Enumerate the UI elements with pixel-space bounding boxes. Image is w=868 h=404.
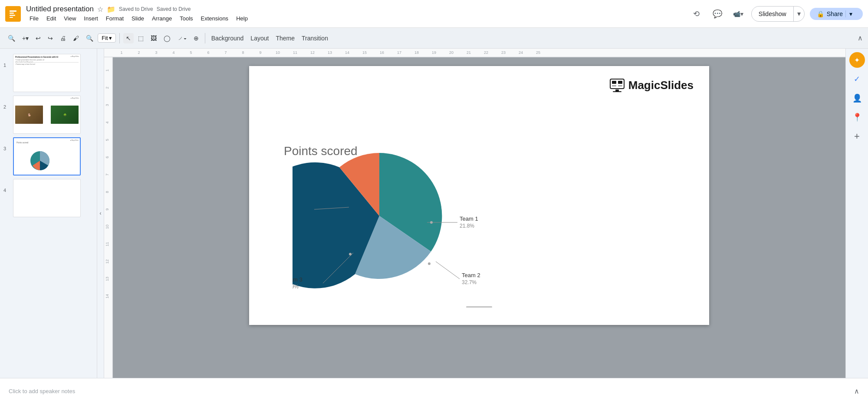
toolbar: 🔍 +▾ ↩ ↪ 🖨 🖌 🔍 Fit ▾ ↖ ⬚ 🖼 ◯ ⟋▾ ⊕ Backgr… [0,28,868,49]
slide-item-1[interactable]: 1 Professional Presentations in Seconds … [0,52,97,94]
svg-text:21.8%: 21.8% [460,223,474,229]
zoom-fit-btn[interactable]: 🔍 [83,33,96,43]
svg-text:19: 19 [432,50,436,55]
slide-item-4[interactable]: 4 [0,177,97,219]
slide-thumb-4[interactable] [13,179,81,217]
team2-label: Team 2 [462,272,480,278]
line-btn[interactable]: ⟋▾ [175,33,189,43]
pie-chart[interactable]: Team 1 21.8% Team 2 32.7% Team 3 10.9% [293,136,510,301]
svg-text:1: 1 [120,50,122,55]
explore-icon[interactable]: ✦ [849,52,865,68]
svg-point-65 [349,253,352,255]
svg-text:22: 22 [484,50,488,55]
select-box-btn[interactable]: ⬚ [135,33,146,43]
notes-section: Click to add speaker notes ∧ [0,378,868,404]
svg-text:18: 18 [414,50,419,55]
location-icon[interactable]: 📍 [849,109,865,125]
slideshow-main[interactable]: Slideshow [752,7,793,21]
zoom-in-btn[interactable]: +▾ [20,33,31,43]
slide-canvas[interactable]: MagicSlides Points scored [249,66,709,325]
slide-thumb-2[interactable]: ■MagicSlides 🐕 🌳 [13,96,81,134]
slide-thumb-1[interactable]: Professional Presentations in Seconds wi… [13,54,81,92]
shapes-btn[interactable]: ◯ [161,33,173,43]
select-btn[interactable]: ↖ [123,33,134,43]
svg-text:4: 4 [105,121,109,123]
print-btn[interactable]: 🖨 [57,33,69,43]
svg-point-66 [428,262,431,265]
paint-format-btn[interactable]: 🖌 [70,33,82,43]
svg-text:11: 11 [105,242,109,246]
magic-slides-icon [609,78,625,92]
menu-edit[interactable]: Edit [43,14,59,23]
menu-view[interactable]: View [60,14,79,23]
right-icons: ✦ ✓ 👤 📍 + [845,49,868,378]
topbar-right: ⟲ 💬 📹▾ Slideshow ▾ 🔒 Share ▾ [689,6,863,22]
svg-rect-49 [610,79,624,89]
slide-thumb-3[interactable]: ■MagicSlides Points scored [13,137,81,176]
notes-expand[interactable]: ∧ [854,387,859,395]
notes-placeholder[interactable]: Click to add speaker notes [9,388,75,394]
zoom-control[interactable]: Fit ▾ [98,33,115,43]
share-button[interactable]: 🔒 Share ▾ [810,8,863,20]
history-icon[interactable]: ⟲ [689,6,704,22]
svg-text:25: 25 [536,50,540,55]
share-dropdown[interactable]: ▾ [845,10,856,17]
svg-text:12: 12 [105,259,109,264]
search-btn[interactable]: 🔍 [5,33,18,43]
star-icon[interactable]: ☆ [97,5,103,13]
svg-rect-6 [104,49,845,57]
doc-title[interactable]: Untitled presentation [26,5,94,13]
menu-file[interactable]: File [26,14,42,23]
svg-text:15: 15 [362,50,367,55]
svg-text:13: 13 [328,50,332,55]
svg-text:32.7%: 32.7% [462,279,477,285]
menu-insert[interactable]: Insert [80,14,102,23]
svg-rect-2 [10,13,14,14]
slide-item-3[interactable]: 3 ■MagicSlides Points scored [0,136,97,177]
menu-slide[interactable]: Slide [128,14,148,23]
bottom-area: 1 Professional Presentations in Seconds … [0,49,868,404]
person-icon[interactable]: 👤 [849,90,865,106]
ruler-area: 12 34 56 78 910 1112 1314 1516 1718 1920… [104,49,845,378]
undo-btn[interactable]: ↩ [33,33,43,43]
svg-text:16: 16 [380,50,384,55]
comments-icon[interactable]: 💬 [710,6,725,22]
image-btn[interactable]: 🖼 [148,33,159,43]
canvas-area[interactable]: MagicSlides Points scored [113,57,845,378]
menu-format[interactable]: Format [102,14,127,23]
check-icon[interactable]: ✓ [849,71,865,87]
menu-tools[interactable]: Tools [176,14,196,23]
slideshow-dropdown[interactable]: ▾ [793,7,804,21]
svg-text:3: 3 [105,104,109,106]
theme-btn[interactable]: Theme [273,33,297,43]
meet-icon[interactable]: 📹▾ [730,6,746,22]
folder-icon[interactable]: 📁 [107,5,115,13]
slide-number-1: 1 [3,63,10,68]
slide-item-2[interactable]: 2 ■MagicSlides 🐕 🌳 [0,94,97,136]
zoom-dropdown-icon[interactable]: ▾ [109,35,112,41]
svg-rect-53 [618,85,622,86]
panel-toggle[interactable]: ‹ [97,49,104,378]
insert-btn[interactable]: ⊕ [191,33,201,43]
svg-text:2: 2 [105,86,109,89]
slideshow-button[interactable]: Slideshow ▾ [751,6,805,22]
svg-text:20: 20 [449,50,454,55]
svg-rect-3 [10,15,15,16]
menu-extensions[interactable]: Extensions [197,14,232,23]
redo-btn[interactable]: ↪ [45,33,56,43]
toolbar-collapse[interactable]: ∧ [858,34,863,42]
app-logo [5,6,21,22]
background-btn[interactable]: Background [209,33,247,43]
slide-number-3: 3 [3,146,10,151]
transition-btn[interactable]: Transition [299,33,331,43]
svg-text:14: 14 [345,50,349,55]
content-with-vruler: 1 2 3 4 5 6 7 8 9 10 11 12 13 [104,57,845,378]
menu-arrange[interactable]: Arrange [148,14,175,23]
svg-text:23: 23 [501,50,506,55]
svg-text:11: 11 [293,50,297,55]
svg-rect-52 [612,85,616,86]
add-icon[interactable]: + [849,129,865,144]
menu-help[interactable]: Help [233,14,251,23]
layout-btn[interactable]: Layout [248,33,271,43]
saved-text: Saved to Drive [157,6,191,12]
